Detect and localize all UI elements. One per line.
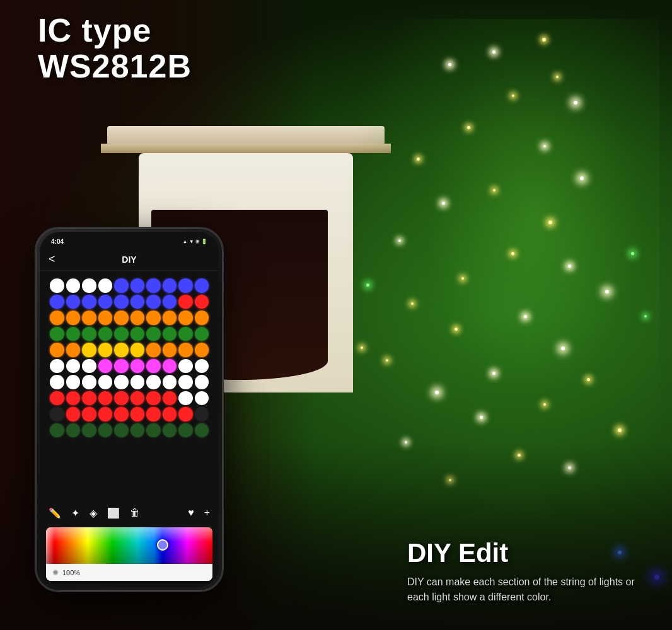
led-dot[interactable]	[195, 359, 209, 374]
led-dot[interactable]	[178, 391, 193, 406]
led-dot[interactable]	[66, 359, 81, 374]
led-dot[interactable]	[114, 343, 129, 357]
led-dot[interactable]	[163, 391, 177, 406]
led-dot[interactable]	[146, 327, 161, 341]
led-dot[interactable]	[114, 375, 129, 389]
led-dot[interactable]	[82, 423, 96, 438]
led-dot[interactable]	[98, 391, 113, 406]
led-dot[interactable]	[178, 375, 193, 389]
led-dot[interactable]	[98, 278, 113, 293]
led-dot[interactable]	[82, 295, 96, 309]
led-dot[interactable]	[130, 295, 145, 309]
led-dot[interactable]	[98, 375, 113, 389]
led-dot[interactable]	[98, 343, 113, 357]
led-dot[interactable]	[178, 407, 193, 421]
led-dot[interactable]	[163, 423, 177, 438]
led-dot[interactable]	[82, 391, 96, 406]
led-dot[interactable]	[98, 311, 113, 325]
led-dot[interactable]	[163, 327, 177, 341]
led-dot[interactable]	[195, 407, 209, 421]
led-dot[interactable]	[163, 278, 177, 293]
led-dot[interactable]	[50, 359, 64, 374]
led-dot[interactable]	[114, 391, 129, 406]
led-dot[interactable]	[50, 375, 64, 389]
led-dot[interactable]	[66, 311, 81, 325]
led-dot[interactable]	[66, 278, 81, 293]
led-dot[interactable]	[114, 327, 129, 341]
led-dot[interactable]	[82, 359, 96, 374]
led-dot[interactable]	[66, 343, 81, 357]
led-dot[interactable]	[114, 407, 129, 421]
led-dot[interactable]	[114, 295, 129, 309]
led-dot[interactable]	[98, 359, 113, 374]
led-dot[interactable]	[98, 407, 113, 421]
led-dot[interactable]	[146, 295, 161, 309]
led-dot[interactable]	[146, 375, 161, 389]
led-dot[interactable]	[146, 407, 161, 421]
plus-icon[interactable]: +	[204, 507, 210, 518]
led-dot[interactable]	[178, 343, 193, 357]
led-dot[interactable]	[163, 407, 177, 421]
led-dot[interactable]	[195, 375, 209, 389]
color-picker[interactable]: ✺ 100%	[46, 527, 212, 581]
led-dot[interactable]	[114, 359, 129, 374]
led-dot[interactable]	[82, 278, 96, 293]
led-dot[interactable]	[146, 423, 161, 438]
heart-icon[interactable]: ♥	[188, 507, 194, 518]
led-dot[interactable]	[178, 278, 193, 293]
led-dot[interactable]	[146, 343, 161, 357]
fill-icon[interactable]: ◈	[90, 507, 97, 519]
led-dot[interactable]	[130, 343, 145, 357]
pencil-icon[interactable]: ✏️	[49, 507, 61, 519]
led-dot[interactable]	[195, 295, 209, 309]
led-dot[interactable]	[178, 359, 193, 374]
led-dot[interactable]	[66, 375, 81, 389]
back-button[interactable]: <	[49, 253, 55, 266]
led-dot[interactable]	[98, 327, 113, 341]
led-dot[interactable]	[66, 295, 81, 309]
led-dot[interactable]	[146, 311, 161, 325]
led-dot[interactable]	[195, 311, 209, 325]
led-dot[interactable]	[195, 343, 209, 357]
led-dot[interactable]	[163, 375, 177, 389]
led-dot[interactable]	[195, 391, 209, 406]
led-dot[interactable]	[130, 375, 145, 389]
led-dot[interactable]	[178, 295, 193, 309]
led-dot[interactable]	[163, 311, 177, 325]
led-dot[interactable]	[163, 295, 177, 309]
led-dot[interactable]	[50, 407, 64, 421]
led-dot[interactable]	[130, 327, 145, 341]
led-dot[interactable]	[195, 423, 209, 438]
led-dot[interactable]	[82, 327, 96, 341]
led-dot[interactable]	[66, 407, 81, 421]
led-dot[interactable]	[130, 359, 145, 374]
led-dot[interactable]	[178, 327, 193, 341]
led-dot[interactable]	[146, 391, 161, 406]
led-dot[interactable]	[66, 391, 81, 406]
color-selector-dot[interactable]	[157, 539, 168, 551]
led-dot[interactable]	[98, 423, 113, 438]
led-dot[interactable]	[146, 359, 161, 374]
eraser-icon[interactable]: ⬜	[107, 507, 120, 519]
led-dot[interactable]	[82, 343, 96, 357]
led-dot[interactable]	[66, 423, 81, 438]
led-dot[interactable]	[178, 423, 193, 438]
led-dot[interactable]	[50, 278, 64, 293]
led-dot[interactable]	[66, 327, 81, 341]
led-dot[interactable]	[146, 278, 161, 293]
led-dot[interactable]	[114, 278, 129, 293]
led-dot[interactable]	[50, 327, 64, 341]
magic-wand-icon[interactable]: ✦	[71, 507, 79, 519]
led-dot[interactable]	[130, 278, 145, 293]
led-dot[interactable]	[178, 311, 193, 325]
led-dot[interactable]	[98, 295, 113, 309]
color-spectrum[interactable]	[46, 527, 212, 564]
led-dot[interactable]	[163, 359, 177, 374]
led-dot[interactable]	[50, 423, 64, 438]
led-dot[interactable]	[114, 423, 129, 438]
led-dot[interactable]	[50, 343, 64, 357]
led-dot[interactable]	[130, 423, 145, 438]
led-dot[interactable]	[130, 391, 145, 406]
led-dot[interactable]	[195, 327, 209, 341]
led-dot[interactable]	[130, 407, 145, 421]
